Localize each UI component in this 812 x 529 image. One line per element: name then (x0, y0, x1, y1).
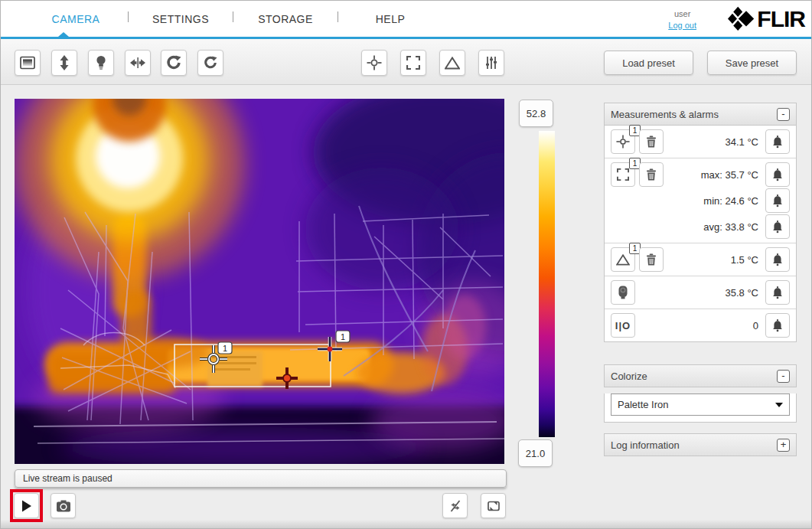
slashed-graphics-icon (449, 500, 461, 512)
box-max-alarm-button[interactable] (765, 162, 790, 187)
camera-alarm-button[interactable] (765, 280, 790, 305)
toolbar: Load preset Save preset (1, 39, 811, 85)
measurement-row-delta: 1 1.5 °C (605, 243, 796, 276)
colorize-panel-header: Colorize - (604, 364, 797, 387)
delta-delete-button[interactable] (639, 247, 664, 272)
delta-measure-button[interactable]: 1 (611, 247, 635, 272)
measurement-row-spot: 1 34.1 °C (605, 126, 796, 158)
io-alarm-button[interactable] (765, 313, 790, 338)
rotate-icon (166, 55, 181, 70)
palette-select-value: Palette Iron (618, 399, 775, 410)
box-max-value: max: 35.7 °C (667, 169, 765, 181)
box-min-value: min: 24.6 °C (667, 195, 765, 207)
io-state-value: 0 (639, 320, 765, 331)
scale-min-value[interactable]: 21.0 (518, 439, 553, 467)
logout-link[interactable]: Log out (668, 21, 696, 31)
spot-meter-icon (367, 55, 382, 70)
measurement-box-overlay[interactable] (174, 345, 331, 387)
bell-icon (771, 168, 784, 181)
vertical-arrows-icon (58, 55, 70, 70)
delta-temperature-value: 1.5 °C (667, 254, 765, 266)
scale-max-value[interactable]: 52.8 (519, 100, 553, 127)
thermal-scene: 1 1 (15, 99, 504, 464)
trash-icon (646, 168, 657, 181)
flir-logo: FLIR (728, 4, 805, 34)
box-avg-value: avg: 33.8 °C (667, 221, 765, 233)
sliders-icon (484, 56, 498, 70)
chevron-down-icon (775, 403, 783, 407)
delta-button[interactable] (439, 50, 465, 76)
hide-overlay-button[interactable] (442, 493, 468, 518)
tab-storage[interactable]: STORAGE (233, 13, 338, 25)
spot-temperature-value: 34.1 °C (667, 136, 765, 148)
tab-camera[interactable]: CAMERA (24, 13, 128, 25)
delta-icon (616, 254, 630, 266)
sliders-button[interactable] (478, 50, 504, 76)
tab-settings[interactable]: SETTINGS (129, 13, 233, 25)
camera-temp-button[interactable] (611, 280, 635, 305)
fullscreen-button[interactable] (481, 493, 506, 518)
camera-temperature-value: 35.8 °C (639, 287, 765, 299)
spot-meter-icon (616, 135, 630, 149)
log-expand-button[interactable]: + (777, 439, 790, 452)
spot-meter-button[interactable] (361, 50, 387, 76)
main-nav: CAMERA SETTINGS STORAGE HELP (24, 1, 442, 37)
split-horizontal-button[interactable] (125, 50, 151, 76)
colorize-collapse-button[interactable]: - (777, 370, 790, 383)
load-preset-button[interactable]: Load preset (604, 51, 693, 75)
box-measure-button[interactable]: 1 (611, 162, 635, 187)
header: CAMERA SETTINGS STORAGE HELP user Log ou… (1, 1, 811, 37)
bell-icon (771, 319, 784, 332)
measurements-collapse-button[interactable]: - (777, 108, 790, 121)
spot-badge: 1 (223, 344, 227, 353)
tab-help[interactable]: HELP (338, 13, 442, 25)
delta-alarm-button[interactable] (765, 247, 790, 272)
bell-icon (771, 286, 784, 299)
bell-icon (771, 220, 784, 233)
stream-status-message: Live stream is paused (23, 473, 113, 484)
rotate-small-button[interactable] (197, 50, 223, 76)
box-badge: 1 (341, 332, 345, 341)
stream-status-bar: Live stream is paused (15, 469, 507, 488)
box-max-line: max: 35.7 °C (667, 162, 790, 187)
digital-io-button[interactable]: I|O (611, 313, 635, 338)
spot-delete-button[interactable] (639, 129, 664, 154)
colorize-panel-body: Palette Iron (604, 393, 797, 423)
box-delete-button[interactable] (639, 162, 664, 187)
measurements-panel-title: Measurements & alarms (611, 109, 777, 120)
snapshot-button[interactable] (51, 493, 76, 518)
box-min-alarm-button[interactable] (765, 188, 790, 213)
measurement-row-box: 1 max: 35.7 °C (605, 158, 796, 243)
trash-icon (646, 136, 657, 148)
log-panel-header: Log information + (604, 433, 797, 456)
colorize-panel-title: Colorize (611, 371, 777, 382)
fullscreen-icon (487, 500, 501, 512)
box-avg-alarm-button[interactable] (765, 214, 790, 239)
spot-measure-button[interactable]: 1 (611, 129, 635, 154)
pan-vertical-button[interactable] (51, 50, 77, 76)
camera-body-icon (618, 286, 628, 299)
spot-alarm-button[interactable] (765, 129, 790, 154)
io-icon: I|O (615, 320, 631, 331)
area-box-icon (406, 56, 420, 70)
measurement-row-camera: 35.8 °C (605, 276, 796, 309)
camera-snapshot-icon (56, 500, 71, 512)
rotate-button[interactable] (161, 50, 187, 76)
thermal-live-view[interactable]: 1 1 (15, 99, 504, 464)
lamp-button[interactable] (88, 50, 114, 76)
play-button[interactable] (14, 493, 39, 518)
save-preset-button[interactable]: Save preset (707, 51, 797, 75)
palette-select[interactable]: Palette Iron (611, 393, 790, 416)
measurements-panel-body: 1 34.1 °C (604, 126, 797, 342)
brand-text: FLIR (757, 6, 805, 32)
box-min-line: min: 24.6 °C (667, 188, 790, 213)
color-scale-display-button[interactable] (15, 50, 41, 76)
trash-icon (646, 253, 657, 266)
measurement-row-io: I|O 0 (605, 309, 796, 341)
bell-icon (771, 253, 784, 266)
horizontal-arrows-icon (130, 57, 145, 69)
rotate-small-icon (204, 56, 217, 70)
log-panel-title: Log information (611, 439, 777, 451)
play-icon (21, 500, 32, 512)
area-box-button[interactable] (400, 50, 426, 76)
